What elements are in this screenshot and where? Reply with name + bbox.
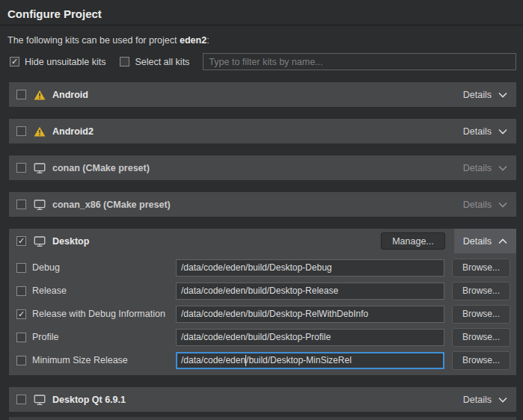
browse-button[interactable]: Browse... (452, 328, 510, 347)
chevron-down-icon (498, 165, 507, 171)
browse-button[interactable]: Browse... (452, 351, 510, 370)
details-label: Details (463, 395, 492, 405)
warning-icon (34, 126, 46, 137)
kit-row-conan[interactable]: conan (CMake preset) Details (9, 155, 516, 180)
browse-button[interactable]: Browse... (452, 282, 510, 300)
details-button[interactable]: Details (463, 395, 507, 405)
chevron-up-icon (498, 238, 507, 244)
browse-button[interactable]: Browse... (452, 305, 510, 324)
desktop-icon (34, 236, 46, 247)
kit-name: conan (CMake preset) (52, 163, 150, 173)
next-row-sliver (9, 417, 516, 420)
config-checkbox[interactable] (16, 356, 26, 365)
config-label: Profile (32, 332, 176, 342)
check-icon: ✓ (18, 310, 25, 318)
config-row-minsizerel: Minimum Size Release /data/code/eden/bui… (16, 351, 510, 369)
kit-name: Desktop Qt 6.9.1 (52, 395, 126, 405)
kit-name: Android2 (52, 126, 94, 137)
chevron-down-icon (498, 202, 507, 208)
config-label: Release (32, 285, 176, 296)
details-button[interactable]: Details (463, 126, 507, 137)
details-label: Details (463, 236, 492, 247)
hide-unsuitable-kits-checkbox[interactable]: ✓ Hide unsuitable kits (10, 57, 105, 67)
kit-row-desktop-qt[interactable]: Desktop Qt 6.9.1 Details (9, 387, 516, 412)
details-button[interactable]: Details (463, 90, 507, 100)
config-label: Debug (32, 262, 176, 273)
details-button-expanded[interactable]: Details (454, 229, 516, 253)
kit-name: Android (52, 90, 88, 100)
config-checkbox[interactable] (16, 286, 26, 296)
details-button[interactable]: Details (463, 163, 507, 173)
kit-checkbox[interactable] (16, 126, 26, 136)
filter-row: ✓ Hide unsuitable kits Select all kits (10, 53, 516, 70)
config-checkbox[interactable] (16, 333, 26, 342)
path-text-before-caret: /data/code/eden (181, 355, 245, 365)
chevron-down-icon (498, 92, 507, 98)
kit-checkbox[interactable] (16, 163, 26, 173)
checkbox-unchecked-icon[interactable] (120, 57, 129, 67)
desktop-icon (34, 200, 46, 210)
title-separator (0, 25, 523, 25)
check-icon: ✓ (18, 237, 25, 245)
page-title: Configure Project (0, 0, 523, 25)
config-checkbox-checked[interactable]: ✓ (16, 309, 26, 319)
manage-button[interactable]: Manage... (381, 232, 445, 250)
kit-row-android2[interactable]: Android2 Details (9, 119, 516, 143)
build-dir-input-release[interactable] (176, 282, 444, 300)
kit-checkbox[interactable] (16, 395, 26, 404)
build-dir-input-debug[interactable] (176, 259, 444, 277)
kit-name: Desktop (52, 236, 89, 247)
kit-filter-input[interactable] (203, 53, 516, 70)
details-label: Details (463, 200, 492, 210)
check-icon: ✓ (11, 58, 18, 66)
config-row-profile: Profile Browse... (16, 328, 510, 346)
details-label: Details (463, 163, 492, 173)
config-row-relwithdebinfo: ✓ Release with Debug Information Browse.… (16, 305, 510, 323)
intro-text-before: The following kits can be used for proje… (7, 35, 180, 46)
browse-button[interactable]: Browse... (452, 259, 510, 277)
kit-checkbox[interactable] (16, 200, 26, 209)
warning-icon (34, 90, 46, 100)
config-label: Release with Debug Information (32, 309, 176, 319)
details-label: Details (463, 90, 492, 100)
kit-checkbox-checked[interactable]: ✓ (16, 236, 26, 246)
kit-row-conan-x86[interactable]: conan_x86 (CMake preset) Details (9, 192, 516, 217)
select-all-kits-checkbox[interactable]: Select all kits (120, 57, 189, 67)
project-name: eden2 (180, 35, 207, 46)
desktop-icon (34, 395, 46, 405)
build-dir-input-profile[interactable] (176, 329, 444, 346)
details-button[interactable]: Details (463, 200, 507, 210)
select-all-kits-label: Select all kits (135, 57, 189, 67)
config-label: Minimum Size Release (32, 355, 176, 365)
config-checkbox[interactable] (16, 263, 26, 273)
kit-panel-desktop: ✓ Desktop Manage... Details Debug Browse… (9, 229, 516, 375)
config-row-debug: Debug Browse... (16, 259, 510, 277)
intro-text: The following kits can be used for proje… (7, 35, 516, 46)
kit-row-desktop-header[interactable]: ✓ Desktop Manage... Details (9, 229, 516, 253)
config-row-release: Release Browse... (16, 282, 510, 300)
path-text-after-caret: /build/Desktop-MinSizeRel (246, 355, 352, 365)
kit-checkbox[interactable] (16, 90, 26, 99)
kit-row-android[interactable]: Android Details (9, 82, 516, 107)
kit-name: conan_x86 (CMake preset) (52, 200, 171, 210)
build-dir-input-minsizerel-focused[interactable]: /data/code/eden/build/Desktop-MinSizeRel (176, 352, 444, 369)
build-dir-input-relwithdebinfo[interactable] (176, 306, 444, 323)
intro-text-after: : (207, 35, 209, 46)
chevron-down-icon (498, 129, 507, 135)
checkbox-checked-icon[interactable]: ✓ (10, 57, 19, 67)
hide-unsuitable-kits-label: Hide unsuitable kits (25, 57, 105, 67)
desktop-icon (34, 163, 46, 173)
details-label: Details (463, 126, 492, 137)
chevron-down-icon (498, 397, 507, 403)
